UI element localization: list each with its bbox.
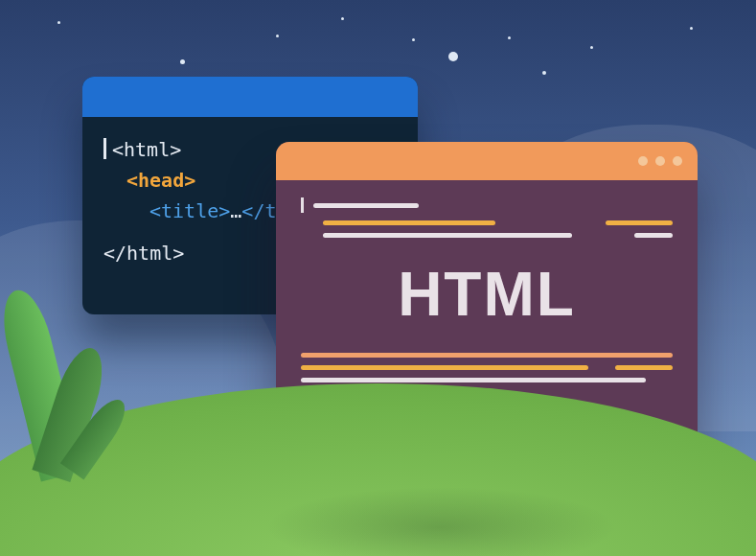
text-bar [634, 233, 673, 238]
star-icon [341, 17, 344, 20]
text-cursor-icon [301, 197, 304, 213]
content-line [301, 378, 673, 382]
star-icon [690, 27, 693, 30]
code-token-html-open: <html> [112, 138, 181, 161]
browser-heading: HTML [301, 259, 673, 330]
star-icon [542, 71, 546, 75]
content-line [301, 365, 673, 370]
code-token-head-open: <head> [103, 165, 195, 196]
text-bar [615, 365, 673, 370]
browser-body: HTML [276, 180, 698, 404]
content-line [301, 233, 673, 238]
content-line [301, 197, 673, 213]
ground-shadow [192, 460, 690, 556]
window-control-dot-icon [655, 156, 665, 166]
code-token-html-close: </html> [103, 242, 184, 265]
window-control-dot-icon [673, 156, 682, 166]
content-line [301, 220, 673, 225]
code-editor-titlebar [82, 77, 418, 117]
text-bar [323, 233, 572, 238]
star-icon [57, 21, 60, 24]
text-bar [301, 365, 588, 370]
text-cursor-icon [103, 138, 106, 159]
window-control-dot-icon [638, 156, 648, 166]
star-icon [180, 59, 185, 64]
star-icon [448, 52, 458, 61]
text-bar [323, 220, 495, 225]
star-icon [276, 35, 279, 37]
text-bar [606, 220, 673, 225]
code-token-ellipsis: … [230, 199, 241, 222]
text-bar [301, 378, 646, 382]
text-bar [301, 353, 673, 358]
star-icon [412, 38, 415, 41]
content-line [301, 353, 673, 358]
plant-shape [0, 268, 125, 479]
text-bar [313, 203, 419, 208]
star-icon [590, 46, 593, 49]
star-icon [508, 36, 511, 39]
code-token-title-open: <title> [149, 199, 230, 222]
browser-titlebar [276, 142, 698, 180]
